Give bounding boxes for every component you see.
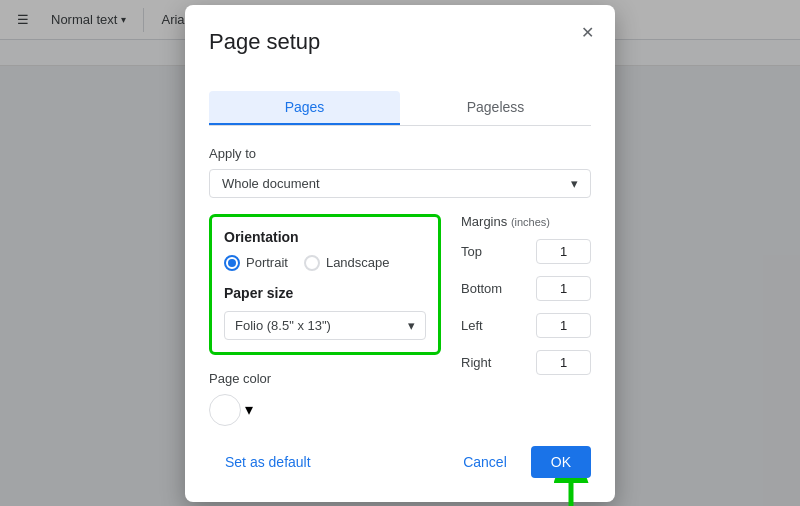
- paper-size-value: Folio (8.5" x 13"): [235, 318, 331, 333]
- page-setup-modal: Page setup ✕ Pages Pageless Apply to Who…: [185, 5, 615, 502]
- footer-right-buttons: Cancel OK: [447, 446, 591, 478]
- set-default-button[interactable]: Set as default: [209, 446, 327, 478]
- orientation-options: Portrait Landscape: [224, 255, 426, 271]
- ok-button[interactable]: OK: [531, 446, 591, 478]
- two-col-layout: Orientation Portrait Landscape: [209, 214, 591, 426]
- tab-pages[interactable]: Pages: [209, 91, 400, 125]
- margins-section: Margins (inches) Top Bottom Left Right: [461, 214, 591, 426]
- tab-pageless[interactable]: Pageless: [400, 91, 591, 125]
- color-chevron[interactable]: ▾: [245, 400, 253, 419]
- portrait-radio[interactable]: [224, 255, 240, 271]
- bottom-label: Bottom: [461, 281, 506, 296]
- modal-footer: Set as default Cancel OK: [209, 446, 591, 478]
- left-column: Orientation Portrait Landscape: [209, 214, 441, 426]
- ok-button-wrapper: OK: [531, 446, 591, 478]
- left-input[interactable]: [536, 313, 591, 338]
- top-label: Top: [461, 244, 506, 259]
- left-label: Left: [461, 318, 506, 333]
- page-color-label: Page color: [209, 371, 441, 386]
- right-label: Right: [461, 355, 506, 370]
- modal-title: Page setup: [209, 29, 320, 55]
- portrait-label: Portrait: [246, 255, 288, 270]
- margins-label: Margins: [461, 214, 507, 229]
- orientation-title: Orientation: [224, 229, 426, 245]
- paper-size-title: Paper size: [224, 285, 426, 301]
- green-arrow-icon: [546, 478, 596, 507]
- portrait-radio-inner: [228, 259, 236, 267]
- apply-to-chevron: ▾: [571, 176, 578, 191]
- margins-title: Margins (inches): [461, 214, 591, 229]
- landscape-option[interactable]: Landscape: [304, 255, 390, 271]
- modal-backdrop: Page setup ✕ Pages Pageless Apply to Who…: [0, 0, 800, 506]
- close-button[interactable]: ✕: [575, 21, 599, 45]
- margin-left-row: Left: [461, 313, 591, 338]
- cancel-button[interactable]: Cancel: [447, 446, 523, 478]
- right-input[interactable]: [536, 350, 591, 375]
- color-row: ▾: [209, 394, 441, 426]
- top-input[interactable]: [536, 239, 591, 264]
- landscape-radio[interactable]: [304, 255, 320, 271]
- portrait-option[interactable]: Portrait: [224, 255, 288, 271]
- apply-to-value: Whole document: [222, 176, 320, 191]
- landscape-label: Landscape: [326, 255, 390, 270]
- apply-to-dropdown[interactable]: Whole document ▾: [209, 169, 591, 198]
- bottom-input[interactable]: [536, 276, 591, 301]
- page-color-section: Page color ▾: [209, 371, 441, 426]
- orientation-section: Orientation Portrait Landscape: [209, 214, 441, 355]
- margin-bottom-row: Bottom: [461, 276, 591, 301]
- color-swatch[interactable]: [209, 394, 241, 426]
- margin-top-row: Top: [461, 239, 591, 264]
- paper-size-chevron: ▾: [408, 318, 415, 333]
- margins-unit: (inches): [511, 216, 550, 228]
- margin-right-row: Right: [461, 350, 591, 375]
- paper-size-dropdown[interactable]: Folio (8.5" x 13") ▾: [224, 311, 426, 340]
- apply-to-label: Apply to: [209, 146, 591, 161]
- tabs-container: Pages Pageless: [209, 91, 591, 126]
